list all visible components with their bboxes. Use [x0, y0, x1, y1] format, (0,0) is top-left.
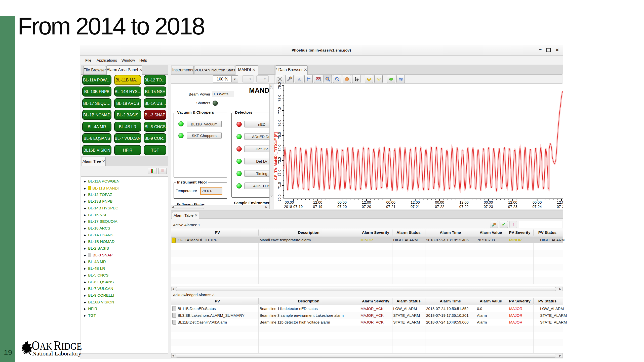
- svg-text:72.0: 72.0: [277, 169, 281, 176]
- svg-text:A: A: [298, 77, 301, 82]
- svg-text:12:00: 12:00: [459, 200, 468, 204]
- svg-text:07-20: 07-20: [362, 205, 371, 209]
- svg-text:12:00: 12:00: [313, 200, 322, 204]
- svg-text:77.0: 77.0: [277, 107, 281, 114]
- svg-text:07-23: 07-23: [484, 205, 493, 209]
- svg-text:12:00: 12:00: [557, 200, 563, 204]
- svg-text:00:00: 00:00: [435, 200, 444, 204]
- svg-text:07-21: 07-21: [411, 205, 420, 209]
- svg-text:70.0: 70.0: [277, 195, 281, 201]
- svg-text:07-24: 07-24: [557, 205, 563, 209]
- svg-text:73.0: 73.0: [277, 157, 281, 164]
- svg-text:00:00: 00:00: [338, 200, 347, 204]
- svg-text:2018-07-19: 2018-07-19: [284, 205, 303, 209]
- svg-text:07-24: 07-24: [533, 205, 542, 209]
- svg-text:75.0: 75.0: [277, 132, 281, 139]
- svg-text:07-22: 07-22: [459, 205, 469, 209]
- svg-text:76.0: 76.0: [277, 120, 281, 126]
- svg-text:12:00: 12:00: [508, 200, 517, 204]
- svg-text:74.0: 74.0: [277, 145, 281, 151]
- svg-text:71.0: 71.0: [277, 182, 281, 189]
- svg-text:78.0: 78.0: [277, 95, 281, 101]
- svg-text:00:00: 00:00: [484, 200, 493, 204]
- svg-text:CF_TA:MaNDi_TIT01:F [F]: CF_TA:MaNDi_TIT01:F [F]: [274, 132, 278, 180]
- svg-text:07-23: 07-23: [508, 205, 517, 209]
- svg-text:07-20: 07-20: [337, 205, 347, 209]
- svg-text:12:00: 12:00: [411, 200, 420, 204]
- svg-text:00:00: 00:00: [285, 200, 294, 204]
- svg-text:00:00: 00:00: [386, 200, 395, 204]
- svg-text:07-21: 07-21: [386, 205, 395, 209]
- svg-text:07-22: 07-22: [435, 205, 444, 209]
- svg-text:12:00: 12:00: [362, 200, 371, 204]
- svg-text:79.0: 79.0: [277, 82, 281, 89]
- svg-text:00:00: 00:00: [533, 200, 542, 204]
- svg-text:07-19: 07-19: [313, 205, 322, 209]
